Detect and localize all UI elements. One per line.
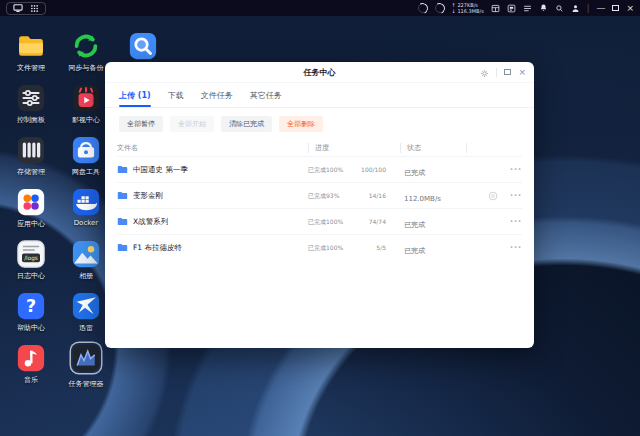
desktop-icon-label: 帮助中心 — [3, 323, 59, 333]
task-filename: 中国通史 第一季 — [133, 165, 188, 175]
notifications-bell-icon[interactable] — [539, 3, 548, 13]
desktop-icon-storage-manager[interactable]: 存储管理 — [3, 135, 59, 177]
more-actions-icon[interactable]: ··· — [510, 166, 522, 174]
cpu-gauge-icon[interactable] — [418, 3, 428, 13]
taskbar-divider: | — [587, 4, 590, 13]
desktop-icon-task-manager[interactable]: 任务管理器 — [58, 343, 114, 389]
task-table: 文件名 进度 状态 中国通史 第一季 已完成100%100/100 已完成 ··… — [105, 139, 534, 260]
global-search-icon — [128, 31, 158, 61]
dialog-maximize-button[interactable] — [504, 69, 511, 75]
desktop-icon-label: 任务管理器 — [58, 379, 114, 389]
more-actions-icon[interactable]: ··· — [510, 192, 522, 200]
media-center-icon — [71, 83, 101, 113]
progress-label: 已完成100% — [308, 218, 343, 227]
minimize-button[interactable]: — — [596, 4, 605, 13]
photos-icon — [71, 239, 101, 269]
tab-download[interactable]: 下载 — [168, 90, 184, 107]
progress-label: 已完成93% — [308, 192, 339, 201]
task-status: 已完成 — [404, 221, 425, 229]
netdisk-tool-icon — [71, 135, 101, 165]
network-speeds: ↑ 227KB/s ↓ 116.3MB/s — [452, 2, 484, 15]
task-status: 已完成 — [404, 247, 425, 255]
app-center-icon — [16, 187, 46, 217]
folder-icon — [117, 243, 128, 252]
task-center-icon[interactable] — [491, 4, 500, 13]
user-account-icon[interactable] — [571, 4, 580, 13]
desktop-icon-file-manager[interactable]: 文件管理 — [3, 31, 59, 73]
pause-task-icon[interactable] — [488, 186, 498, 205]
desktop-icon-label: 音乐 — [3, 375, 59, 385]
screen: ↑ 227KB/s ↓ 116.3MB/s | — — [0, 0, 640, 436]
column-progress: 进度 — [308, 143, 400, 153]
sync-backup-icon — [71, 31, 101, 61]
menu-lines-icon[interactable] — [523, 4, 532, 13]
table-row[interactable]: F1 布拉德皮特 已完成100%5/5 已完成 ··· — [117, 234, 522, 260]
search-icon[interactable] — [555, 4, 564, 13]
delete-all-button[interactable]: 全部删除 — [279, 116, 323, 132]
progress-count: 74/74 — [369, 218, 386, 227]
column-filename: 文件名 — [117, 143, 308, 153]
table-row[interactable]: 中国通史 第一季 已完成100%100/100 已完成 ··· — [117, 156, 522, 182]
progress-count: 14/16 — [369, 192, 386, 201]
titlebar-divider — [496, 68, 497, 77]
desktop-icon-help-center[interactable]: ? 帮助中心 — [3, 291, 59, 333]
start-all-button[interactable]: 全部开始 — [170, 116, 214, 132]
selection-highlight — [71, 343, 101, 373]
desktop-icon-log-center[interactable]: /logs 日志中心 — [3, 239, 59, 281]
ram-gauge-icon[interactable] — [435, 3, 445, 13]
dialog-titlebar[interactable]: 任务中心 × — [105, 62, 534, 83]
settings-gear-icon[interactable] — [480, 63, 489, 82]
clear-completed-button[interactable]: 清除已完成 — [221, 116, 272, 132]
task-status: 112.0MB/s — [404, 195, 441, 203]
task-filename: 变形金刚 — [133, 191, 163, 201]
desktop-icon-label: 应用中心 — [3, 219, 59, 229]
more-actions-icon[interactable]: ··· — [510, 218, 522, 226]
desktop-icon-label: 日志中心 — [3, 271, 59, 281]
desktop-icon-app-center[interactable]: 应用中心 — [3, 187, 59, 229]
task-filename: X战警系列 — [133, 217, 168, 227]
app-grid-icon[interactable] — [30, 4, 39, 13]
dialog-close-button[interactable]: × — [518, 68, 526, 77]
pause-all-button[interactable]: 全部暂停 — [119, 116, 163, 132]
file-manager-icon — [16, 31, 46, 61]
taskbar: ↑ 227KB/s ↓ 116.3MB/s | — — [0, 0, 640, 16]
task-status: 已完成 — [404, 169, 425, 177]
dialog-title: 任务中心 — [304, 67, 336, 78]
table-row[interactable]: 变形金刚 已完成93%14/16 112.0MB/s ··· — [117, 182, 522, 208]
desktop-icon-control-panel[interactable]: 控制面板 — [3, 83, 59, 125]
column-status: 状态 — [400, 143, 466, 153]
tab-other-tasks[interactable]: 其它任务 — [250, 90, 282, 107]
desktop-monitor-icon[interactable] — [13, 4, 23, 13]
svg-text:?: ? — [26, 296, 36, 316]
table-row[interactable]: X战警系列 已完成100%74/74 已完成 ··· — [117, 208, 522, 234]
task-tabs: 上传 (1) 下载 文件任务 其它任务 — [105, 83, 534, 108]
log-center-icon: /logs — [16, 239, 46, 269]
desktop-icon-label: 控制面板 — [3, 115, 59, 125]
taskbar-launcher-group[interactable] — [6, 2, 46, 15]
table-header: 文件名 进度 状态 — [117, 139, 522, 156]
folder-icon — [117, 217, 128, 226]
more-actions-icon[interactable]: ··· — [510, 244, 522, 252]
xunlei-bird-icon — [71, 291, 101, 321]
folder-icon — [117, 191, 128, 200]
task-toolbar: 全部暂停 全部开始 清除已完成 全部删除 — [105, 108, 534, 139]
docker-icon — [71, 187, 101, 217]
desktop-icon-music[interactable]: 音乐 — [3, 343, 59, 385]
help-center-icon: ? — [16, 291, 46, 321]
folder-icon — [117, 165, 128, 174]
music-icon — [16, 343, 46, 373]
close-button[interactable]: × — [626, 4, 634, 13]
widgets-icon[interactable] — [507, 4, 516, 13]
maximize-button[interactable] — [612, 5, 619, 11]
task-manager-icon — [71, 343, 101, 373]
task-filename: F1 布拉德皮特 — [133, 243, 182, 253]
tab-upload[interactable]: 上传 (1) — [119, 90, 151, 107]
control-panel-icon — [16, 83, 46, 113]
svg-text:/logs: /logs — [24, 255, 38, 262]
desktop-icon-label: 存储管理 — [3, 167, 59, 177]
progress-count: 100/100 — [361, 166, 386, 175]
task-center-window: 任务中心 × 上传 (1) 下载 文件任务 其它任务 全部暂停 全部开始 清除已… — [105, 62, 534, 348]
download-speed: ↓ 116.3MB/s — [452, 8, 484, 14]
tab-file-tasks[interactable]: 文件任务 — [201, 90, 233, 107]
desktop-icon-label: 文件管理 — [3, 63, 59, 73]
